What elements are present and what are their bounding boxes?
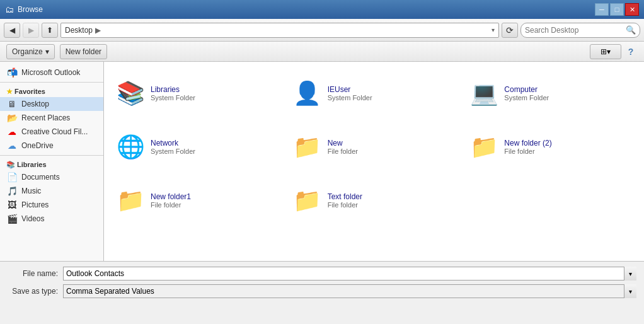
forward-button[interactable]: ▶	[23, 23, 39, 38]
filename-input-wrap: ▾	[63, 267, 636, 281]
libraries-icon: 📚	[6, 161, 15, 168]
savetype-input-wrap: ▾	[63, 284, 636, 298]
newfolder1-type: File folder	[151, 201, 191, 209]
search-input[interactable]	[525, 26, 626, 35]
address-arrow: ▶	[95, 26, 101, 35]
refresh-button[interactable]: ⟳	[502, 23, 518, 38]
title-bar-controls: ─ □ ✕	[595, 3, 639, 16]
documents-icon: 📄	[6, 172, 18, 182]
newfolder1-icon: 📁	[115, 187, 146, 214]
file-item-newfolder1[interactable]: 📁New folder1File folder	[110, 175, 284, 226]
ieuser-type: System Folder	[328, 94, 372, 101]
libraries-name: Libraries	[151, 85, 195, 94]
title-bar-icon: 🗂	[5, 4, 14, 14]
organize-arrow-icon: ▾	[45, 47, 49, 56]
newfolder2-type: File folder	[504, 148, 551, 155]
file-item-ieuser[interactable]: 👤IEUserSystem Folder	[287, 68, 461, 119]
outlook-label: Microsoft Outlook	[21, 68, 80, 77]
pictures-icon: 🖼	[6, 200, 18, 210]
close-button[interactable]: ✕	[625, 3, 639, 16]
sidebar-item-outlook[interactable]: 📬 Microsoft Outlook	[0, 66, 103, 79]
file-item-newfolder2[interactable]: 📁New folder (2)File folder	[464, 122, 638, 172]
view-arrow-icon: ▾	[607, 47, 611, 56]
newfolder2-name: New folder (2)	[504, 139, 551, 148]
sidebar-item-music[interactable]: 🎵 Music	[0, 184, 103, 198]
file-grid: 📚LibrariesSystem Folder👤IEUserSystem Fol…	[104, 62, 644, 261]
music-icon: 🎵	[6, 186, 18, 196]
main-content: 📬 Microsoft Outlook ★ Favorites 🖥 Deskto…	[0, 62, 644, 261]
maximize-button[interactable]: □	[610, 3, 624, 16]
new-name: New	[328, 139, 358, 148]
new-icon: 📁	[292, 134, 323, 160]
savetype-dropdown-btn[interactable]: ▾	[624, 284, 636, 298]
libraries-type: System Folder	[151, 94, 195, 101]
libraries-icon: 📚	[115, 80, 146, 107]
favorites-star-icon: ★	[6, 88, 13, 95]
pictures-label: Pictures	[21, 200, 49, 209]
filename-input[interactable]	[63, 267, 636, 281]
newfolder1-name: New folder1	[151, 192, 191, 201]
address-text: Desktop	[65, 26, 93, 35]
file-item-new[interactable]: 📁NewFile folder	[287, 122, 461, 172]
bottom-area: File name: ▾ Save as type: ▾	[0, 261, 644, 324]
recent-label: Recent Places	[21, 113, 70, 122]
file-item-computer[interactable]: 💻ComputerSystem Folder	[464, 68, 638, 119]
sidebar-divider-2	[0, 155, 103, 156]
favorites-label: Favorites	[14, 88, 45, 95]
favorites-header: ★ Favorites	[0, 85, 103, 97]
network-type: System Folder	[151, 148, 195, 155]
desktop-icon: 🖥	[6, 99, 18, 109]
view-button[interactable]: ⊞ ▾	[590, 44, 621, 59]
sidebar-item-creative[interactable]: ☁ Creative Cloud Fil...	[0, 125, 103, 139]
sidebar-item-onedrive[interactable]: ☁ OneDrive	[0, 139, 103, 153]
computer-name: Computer	[504, 85, 549, 94]
savetype-label: Save as type:	[8, 287, 58, 296]
documents-label: Documents	[21, 173, 60, 182]
onedrive-label: OneDrive	[21, 141, 54, 150]
dropdown-arrow[interactable]: ▾	[492, 26, 495, 33]
organize-label: Organize	[12, 47, 43, 56]
computer-icon: 💻	[469, 80, 499, 107]
ieuser-icon: 👤	[292, 80, 323, 107]
sidebar: 📬 Microsoft Outlook ★ Favorites 🖥 Deskto…	[0, 62, 104, 261]
sidebar-item-pictures[interactable]: 🖼 Pictures	[0, 198, 103, 212]
creative-label: Creative Cloud Fil...	[21, 127, 88, 136]
sidebar-item-desktop[interactable]: 🖥 Desktop	[0, 97, 103, 111]
savetype-row: Save as type: ▾	[8, 284, 636, 298]
textfolder-name: Text folder	[328, 192, 362, 201]
videos-label: Videos	[21, 214, 44, 223]
sidebar-divider-1	[0, 82, 103, 83]
textfolder-type: File folder	[328, 201, 362, 209]
libraries-label: Libraries	[17, 161, 46, 168]
search-box[interactable]: 🔍	[520, 23, 640, 38]
new-folder-button[interactable]: New folder	[60, 44, 107, 59]
file-item-network[interactable]: 🌐NetworkSystem Folder	[110, 122, 284, 172]
back-button[interactable]: ◀	[4, 23, 20, 38]
minimize-button[interactable]: ─	[595, 3, 609, 16]
savetype-input[interactable]	[63, 284, 636, 298]
address-path[interactable]: Desktop ▶ ▾	[60, 23, 499, 38]
file-item-libraries[interactable]: 📚LibrariesSystem Folder	[110, 68, 284, 119]
title-bar-title: Browse	[18, 5, 595, 14]
desktop-label: Desktop	[21, 100, 49, 108]
file-item-textfolder[interactable]: 📁Text folderFile folder	[287, 175, 461, 226]
sidebar-item-recent[interactable]: 📂 Recent Places	[0, 111, 103, 125]
newfolder2-icon: 📁	[469, 134, 499, 160]
help-button[interactable]: ?	[624, 45, 638, 59]
up-button[interactable]: ⬆	[42, 23, 58, 38]
filename-dropdown-btn[interactable]: ▾	[624, 267, 636, 281]
filename-label: File name:	[8, 269, 58, 278]
onedrive-icon: ☁	[6, 141, 18, 151]
music-label: Music	[21, 187, 41, 195]
sidebar-item-documents[interactable]: 📄 Documents	[0, 170, 103, 184]
organize-button[interactable]: Organize ▾	[6, 44, 55, 59]
network-name: Network	[151, 139, 195, 148]
toolbar-right: ⊞ ▾ ?	[590, 44, 638, 59]
view-icon: ⊞	[601, 47, 607, 56]
libraries-header: 📚 Libraries	[0, 158, 103, 170]
title-bar: 🗂 Browse ─ □ ✕	[0, 0, 644, 19]
creative-cloud-icon: ☁	[6, 127, 18, 137]
outlook-icon: 📬	[6, 67, 18, 78]
recent-icon: 📂	[6, 113, 18, 123]
sidebar-item-videos[interactable]: 🎬 Videos	[0, 212, 103, 226]
